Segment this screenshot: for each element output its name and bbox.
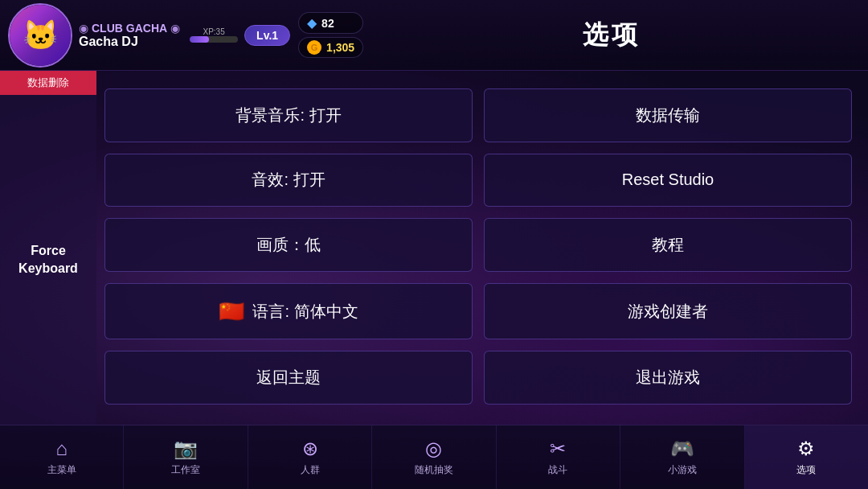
- orbit-left-icon: ◉: [79, 22, 88, 35]
- reset-studio-button[interactable]: Reset Studio: [484, 154, 852, 208]
- bottom-nav: ⌂ 主菜单 📷 工作室 ⊛ 人群 ◎ 随机抽奖 ✂ 战斗 🎮 小游戏 ⚙ 选项: [0, 425, 868, 489]
- club-name-text: CLUB GACHA: [92, 22, 167, 35]
- nav-minigame-label: 小游戏: [668, 463, 697, 477]
- data-transfer-button[interactable]: 数据传输: [484, 88, 852, 142]
- nav-home[interactable]: ⌂ 主菜单: [0, 425, 124, 489]
- level-badge: Lv.1: [244, 25, 290, 46]
- diamond-icon: ◆: [307, 15, 317, 31]
- xp-label: XP:35: [203, 27, 224, 36]
- return-theme-button[interactable]: 返回主题: [104, 351, 473, 405]
- game-creator-label: 游戏创建者: [628, 301, 708, 323]
- gacha-icon: ◎: [425, 438, 442, 460]
- nav-options-label: 选项: [796, 463, 816, 477]
- nav-crowd[interactable]: ⊛ 人群: [248, 425, 372, 489]
- currency-section: ◆ 82 G 1,305: [298, 12, 363, 58]
- options-grid: 背景音乐: 打开 数据传输 音效: 打开 Reset Studio 画质：低 教…: [104, 80, 852, 413]
- minigame-icon: 🎮: [670, 438, 694, 460]
- force-keyboard-button[interactable]: ForceKeyboard: [0, 95, 96, 425]
- sound-effect-button[interactable]: 音效: 打开: [104, 154, 473, 208]
- orbit-right-icon: ◉: [170, 22, 180, 35]
- xp-fill: [190, 36, 209, 43]
- diamond-row: ◆ 82: [298, 12, 363, 34]
- studio-icon: 📷: [174, 438, 198, 460]
- xp-bar: [190, 36, 238, 43]
- language-button[interactable]: 🇨🇳 语言: 简体中文: [104, 283, 473, 340]
- header: 🐱 ◉ CLUB GACHA ◉ Gacha DJ XP:35 Lv.1 ◆ 8…: [0, 0, 868, 71]
- nav-battle-label: 战斗: [548, 463, 567, 477]
- nav-home-label: 主菜单: [47, 463, 76, 477]
- nav-crowd-label: 人群: [301, 463, 320, 477]
- tutorial-label: 教程: [652, 234, 684, 256]
- language-flag: 🇨🇳: [219, 299, 244, 324]
- delete-button[interactable]: 数据删除: [0, 71, 96, 95]
- reset-studio-label: Reset Studio: [622, 171, 714, 189]
- battle-icon: ✂: [550, 438, 566, 460]
- diamond-value: 82: [321, 17, 334, 30]
- quality-label: 画质：低: [256, 234, 321, 256]
- sound-effect-label: 音效: 打开: [252, 169, 325, 191]
- gold-row: G 1,305: [298, 37, 363, 58]
- options-icon: ⚙: [797, 438, 815, 460]
- quality-button[interactable]: 画质：低: [104, 218, 473, 272]
- nav-battle[interactable]: ✂ 战斗: [497, 425, 620, 489]
- nav-minigame[interactable]: 🎮 小游戏: [620, 425, 744, 489]
- gold-value: 1,305: [326, 41, 354, 54]
- gold-icon: G: [307, 40, 321, 55]
- exit-game-label: 退出游戏: [636, 367, 700, 388]
- page-title: 选项: [363, 18, 860, 53]
- xp-section: XP:35: [190, 27, 238, 43]
- sidebar: 数据删除 ForceKeyboard: [0, 71, 96, 425]
- exit-game-button[interactable]: 退出游戏: [484, 351, 852, 405]
- nav-studio[interactable]: 📷 工作室: [124, 425, 248, 489]
- nav-studio-label: 工作室: [171, 463, 200, 477]
- club-info: ◉ CLUB GACHA ◉ Gacha DJ: [79, 22, 180, 49]
- nav-gacha-label: 随机抽奖: [415, 463, 453, 477]
- return-theme-label: 返回主题: [256, 367, 321, 388]
- dj-name: Gacha DJ: [79, 35, 180, 49]
- nav-options[interactable]: ⚙ 选项: [745, 425, 868, 489]
- crowd-icon: ⊛: [302, 438, 318, 460]
- game-creator-button[interactable]: 游戏创建者: [484, 283, 852, 340]
- avatar: 🐱: [8, 3, 72, 68]
- nav-gacha[interactable]: ◎ 随机抽奖: [372, 425, 496, 489]
- bg-music-label: 背景音乐: 打开: [235, 105, 341, 126]
- tutorial-button[interactable]: 教程: [484, 218, 852, 272]
- bg-music-button[interactable]: 背景音乐: 打开: [104, 88, 473, 142]
- language-label: 语言: 简体中文: [252, 301, 358, 323]
- data-transfer-label: 数据传输: [636, 105, 700, 126]
- home-icon: ⌂: [55, 438, 68, 460]
